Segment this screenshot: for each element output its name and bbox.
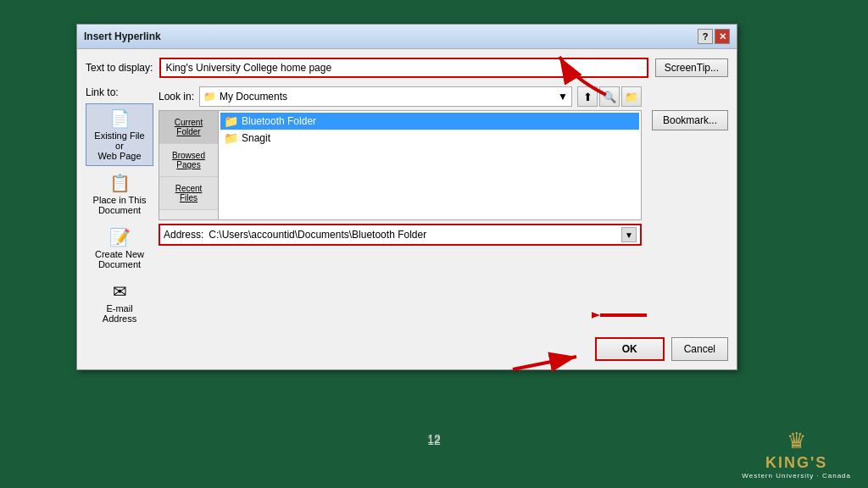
- dialog-body: Text to display: ScreenTip... Link to: 📄…: [77, 49, 737, 369]
- address-row: Address: ▼: [159, 224, 642, 246]
- address-dropdown-button[interactable]: ▼: [621, 227, 637, 242]
- new-folder-button[interactable]: 📁: [621, 86, 642, 107]
- link-to-existing-file[interactable]: 📄 Existing File orWeb Page: [86, 103, 153, 166]
- create-new-icon: 📝: [109, 227, 131, 247]
- look-in-folder-icon: 📁: [203, 91, 216, 103]
- search-web-button[interactable]: 🔍: [599, 86, 620, 107]
- link-to-sidebar: Link to: 📄 Existing File orWeb Page 📋 Pl…: [86, 86, 153, 329]
- file-browser: Look in: 📁 My Documents ▼ ⬆ 🔍 📁: [159, 86, 642, 329]
- snagit-folder-name: Snagit: [242, 132, 270, 144]
- title-buttons: ? ✕: [698, 29, 730, 44]
- insert-hyperlink-dialog: Insert Hyperlink ? ✕ Text to display: Sc…: [76, 24, 737, 370]
- kings-logo: ♛ KING'S Western University · Canada: [742, 428, 851, 480]
- link-to-place-in-document[interactable]: 📋 Place in ThisDocument: [86, 168, 153, 220]
- existing-file-label: Existing File orWeb Page: [90, 130, 149, 161]
- page-number-label: 12: [427, 434, 441, 447]
- look-in-select[interactable]: 📁 My Documents ▼: [199, 86, 572, 107]
- look-in-row: Look in: 📁 My Documents ▼ ⬆ 🔍 📁: [159, 86, 642, 107]
- text-display-input[interactable]: [159, 58, 648, 78]
- kings-crown-icon: ♛: [787, 428, 806, 454]
- up-folder-button[interactable]: ⬆: [577, 86, 598, 107]
- place-in-doc-icon: 📋: [109, 173, 131, 193]
- browsed-pages-nav[interactable]: BrowsedPages: [159, 144, 218, 177]
- look-in-value: My Documents: [220, 91, 287, 103]
- text-display-label: Text to display:: [86, 62, 153, 74]
- look-in-dropdown-arrow: ▼: [558, 91, 568, 103]
- look-in-label: Look in:: [159, 91, 194, 103]
- current-folder-nav[interactable]: CurrentFolder: [159, 111, 218, 144]
- toolbar-icons: ⬆ 🔍 📁: [577, 86, 642, 107]
- screentip-button[interactable]: ScreenTip...: [655, 58, 728, 77]
- text-display-row: Text to display: ScreenTip...: [86, 58, 728, 78]
- email-label: E-mail Address: [90, 303, 149, 324]
- content-area: CurrentFolder BrowsedPages RecentFiles 📁…: [159, 110, 642, 220]
- file-list: 📁 Bluetooth Folder 📁 Snagit: [219, 111, 641, 219]
- link-to-label: Link to:: [86, 86, 153, 98]
- address-input[interactable]: [209, 229, 616, 241]
- file-item-snagit[interactable]: 📁 Snagit: [220, 130, 639, 147]
- recent-files-nav[interactable]: RecentFiles: [159, 177, 218, 210]
- dialog-title: Insert Hyperlink: [84, 30, 161, 42]
- place-in-doc-label: Place in ThisDocument: [93, 195, 147, 215]
- close-button[interactable]: ✕: [715, 29, 730, 44]
- file-item-bluetooth[interactable]: 📁 Bluetooth Folder: [220, 113, 639, 130]
- existing-file-icon: 📄: [109, 108, 131, 129]
- bookmark-button[interactable]: Bookmark...: [652, 110, 728, 130]
- bottom-buttons: OK Cancel: [86, 337, 728, 361]
- right-buttons: Bookmark...: [652, 86, 728, 329]
- link-to-email[interactable]: ✉ E-mail Address: [86, 276, 153, 329]
- ok-button[interactable]: OK: [595, 337, 665, 361]
- left-nav: CurrentFolder BrowsedPages RecentFiles: [159, 111, 219, 219]
- snagit-folder-icon: 📁: [224, 131, 238, 145]
- cancel-button[interactable]: Cancel: [671, 337, 728, 361]
- link-to-create-new[interactable]: 📝 Create NewDocument: [86, 222, 153, 274]
- address-label: Address:: [164, 229, 203, 241]
- main-area: Link to: 📄 Existing File orWeb Page 📋 Pl…: [86, 86, 728, 329]
- kings-subtext: Western University · Canada: [742, 472, 851, 480]
- bluetooth-folder-name: Bluetooth Folder: [242, 115, 316, 127]
- create-new-label: Create NewDocument: [95, 249, 144, 269]
- email-icon: ✉: [113, 281, 127, 302]
- bluetooth-folder-icon: 📁: [224, 114, 238, 128]
- kings-text: KING'S: [765, 454, 827, 472]
- help-button[interactable]: ?: [698, 29, 713, 44]
- dialog-titlebar: Insert Hyperlink ? ✕: [77, 25, 737, 49]
